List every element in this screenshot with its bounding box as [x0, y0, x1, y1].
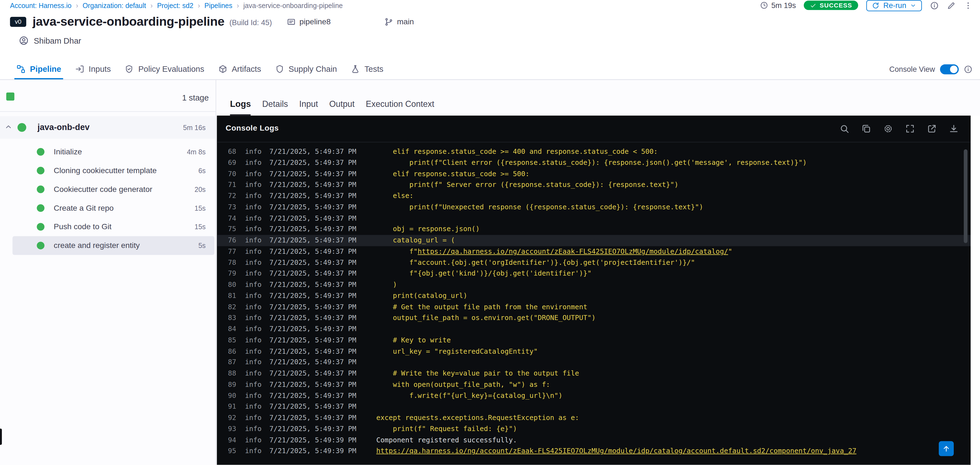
build-id: (Build Id: 45) — [229, 18, 272, 27]
log-line-number: 88 — [225, 368, 236, 379]
log-line: 93info7/21/2025, 5:49:37 PM print(f" Req… — [217, 424, 970, 435]
log-timestamp: 7/21/2025, 5:49:37 PM — [269, 202, 356, 213]
step-row[interactable]: Push code to Git15s — [0, 217, 216, 236]
log-line: 95info7/21/2025, 5:49:39 PMhttps://qa.ha… — [217, 446, 970, 457]
branch-name: main — [397, 17, 414, 26]
console-title: Console Logs — [226, 124, 279, 133]
log-level: info — [245, 390, 262, 401]
tab-execution-context[interactable]: Execution Context — [366, 99, 434, 116]
step-row[interactable]: create and register entity5s — [0, 236, 216, 255]
stage-count: 1 stage — [182, 93, 209, 102]
tab-label: Tests — [364, 64, 383, 74]
step-row[interactable]: Cloning cookiecutter template6s — [0, 161, 216, 180]
tab-details[interactable]: Details — [262, 99, 288, 116]
step-name: Initialize — [54, 148, 82, 156]
avatar — [19, 36, 29, 46]
log-line-number: 93 — [225, 424, 236, 435]
edit-pencil-icon[interactable] — [947, 1, 956, 10]
tab-supply-chain[interactable]: Supply Chain — [275, 59, 337, 79]
log-level: info — [245, 246, 262, 257]
stage-name: java-onb-dev — [38, 122, 89, 132]
rerun-label: Re-run — [883, 1, 906, 10]
log-line: 79info7/21/2025, 5:49:37 PM f"{obj.get('… — [217, 268, 970, 279]
log-level: info — [245, 224, 262, 235]
info-circle-icon[interactable] — [964, 65, 972, 73]
download-icon[interactable] — [949, 124, 959, 134]
stage-duration: 5m 16s — [183, 124, 206, 131]
stage-row[interactable]: java-onb-dev 5m 16s — [0, 116, 216, 139]
log-line-number: 94 — [225, 435, 236, 446]
log-level: info — [245, 401, 262, 412]
kebab-menu-icon[interactable] — [964, 1, 972, 10]
tab-label: Policy Evaluations — [138, 64, 204, 74]
log-link[interactable]: https://qa.harness.io/ng/account/zEaak-F… — [376, 447, 856, 455]
open-in-new-icon[interactable] — [927, 124, 937, 134]
breadcrumb-project[interactable]: Project: sd2 — [157, 2, 193, 9]
log-line: 84info7/21/2025, 5:49:37 PM — [217, 324, 970, 335]
log-line-number: 82 — [225, 302, 236, 313]
stage-node-square[interactable] — [6, 92, 14, 100]
chevron-up-icon[interactable] — [5, 123, 13, 131]
step-row[interactable]: Create a Git repo15s — [0, 199, 216, 217]
log-text: with open(output_file_path, "w") as f: — [376, 380, 550, 388]
page-title: java-service-onboarding-pipeline — [33, 14, 224, 29]
search-icon[interactable] — [839, 124, 850, 134]
step-name: Push code to Git — [54, 222, 111, 232]
log-timestamp: 7/21/2025, 5:49:37 PM — [269, 424, 356, 435]
log-level: info — [245, 235, 262, 246]
pipeline-template[interactable]: pipeline8 — [287, 17, 331, 26]
log-message: Component registered successfully. — [376, 435, 517, 446]
step-duration: 6s — [198, 167, 205, 174]
log-timestamp: 7/21/2025, 5:49:37 PM — [269, 246, 356, 257]
fullscreen-icon[interactable] — [905, 124, 915, 134]
console-view-toggle[interactable] — [940, 64, 959, 74]
gear-icon[interactable] — [883, 124, 893, 134]
tab-artifacts[interactable]: Artifacts — [218, 59, 261, 79]
copy-icon[interactable] — [861, 124, 871, 134]
stage-panel: 1 stage java-onb-dev 5m 16s Initialize4m… — [0, 80, 216, 465]
flask-icon — [351, 64, 360, 74]
log-level: info — [245, 168, 262, 179]
step-name: create and register entity — [54, 241, 140, 250]
git-branch[interactable]: main — [385, 17, 414, 26]
log-timestamp: 7/21/2025, 5:49:37 PM — [269, 190, 356, 202]
tab-output[interactable]: Output — [329, 99, 355, 116]
tab-pipeline[interactable]: Pipeline — [16, 59, 61, 79]
log-text: elif response.status_code >= 500: — [376, 170, 529, 178]
log-line: 91info7/21/2025, 5:49:37 PM — [217, 401, 970, 412]
log-timestamp: 7/21/2025, 5:49:37 PM — [269, 335, 356, 346]
breadcrumb-separator: › — [76, 2, 78, 9]
log-line: 90info7/21/2025, 5:49:37 PM f.write(f"{u… — [217, 390, 970, 401]
log-line-number: 81 — [225, 290, 236, 302]
log-level: info — [245, 146, 262, 157]
log-timestamp: 7/21/2025, 5:49:37 PM — [269, 346, 356, 357]
scroll-to-top-button[interactable] — [939, 441, 954, 456]
log-line: 92info7/21/2025, 5:49:37 PMexcept reques… — [217, 412, 970, 423]
info-circle-icon[interactable] — [930, 1, 939, 10]
rerun-button[interactable]: Re-run — [867, 0, 922, 11]
log-line: 87info7/21/2025, 5:49:37 PM — [217, 357, 970, 368]
log-scrollbar-thumb[interactable] — [964, 149, 967, 243]
log-line-number: 83 — [225, 313, 236, 324]
log-timestamp: 7/21/2025, 5:49:37 PM — [269, 401, 356, 412]
log-timestamp: 7/21/2025, 5:49:37 PM — [269, 313, 356, 324]
breadcrumb-pipelines[interactable]: Pipelines — [204, 2, 232, 9]
step-row[interactable]: Cookiecutter code generator20s — [0, 180, 216, 199]
breadcrumb-organization[interactable]: Organization: default — [83, 2, 146, 9]
log-link[interactable]: https://qa.harness.io/ng/account/zEaak-F… — [418, 248, 728, 256]
tab-tests[interactable]: Tests — [351, 59, 383, 79]
log-level: info — [245, 302, 262, 313]
tab-inputs[interactable]: Inputs — [75, 59, 111, 79]
tab-logs[interactable]: Logs — [230, 99, 251, 116]
duration-text: 5m 19s — [772, 1, 796, 10]
log-line: 69info7/21/2025, 5:49:37 PM print(f"Clie… — [217, 157, 970, 168]
tab-policy-evaluations[interactable]: Policy Evaluations — [124, 59, 204, 79]
step-row[interactable]: Initialize4m 8s — [0, 143, 216, 161]
breadcrumb-account[interactable]: Account: Harness.io — [10, 2, 72, 9]
log-level: info — [245, 435, 262, 446]
log-level: info — [245, 424, 262, 435]
main-tabs-bar: Pipeline Inputs Policy Evaluations Artif… — [0, 59, 980, 80]
user-name: Shibam Dhar — [34, 36, 81, 45]
console-view-label: Console View — [889, 65, 935, 73]
tab-input[interactable]: Input — [299, 99, 318, 116]
